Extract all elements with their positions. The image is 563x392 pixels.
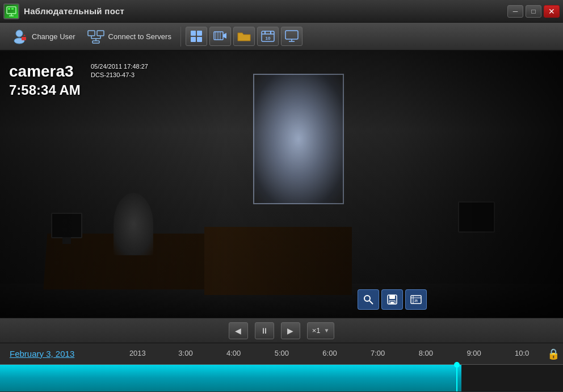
maximize-button[interactable]: □ xyxy=(526,5,541,18)
dark-overlay xyxy=(0,51,563,318)
timeline-date[interactable]: February 3, 2013 xyxy=(10,349,74,359)
speed-control[interactable]: ×1 ▼ xyxy=(307,322,335,339)
svg-rect-9 xyxy=(88,31,95,36)
timeline-cursor-head xyxy=(454,362,460,368)
speed-label: ×1 xyxy=(312,326,321,335)
monitor-button[interactable] xyxy=(281,27,302,46)
svg-rect-4 xyxy=(11,8,14,10)
svg-rect-36 xyxy=(389,295,395,299)
svg-rect-3 xyxy=(8,8,10,10)
lock-icon: 🔒 xyxy=(547,348,560,360)
recording-button[interactable] xyxy=(209,27,231,46)
minimize-button[interactable]: ─ xyxy=(507,5,523,18)
svg-rect-38 xyxy=(390,302,394,304)
svg-marker-21 xyxy=(223,33,226,39)
connect-servers-label: Connect to Servers xyxy=(108,32,171,41)
timeline-filled xyxy=(0,365,461,391)
svg-rect-18 xyxy=(191,37,196,42)
tl-year: 2013 xyxy=(114,349,162,357)
tl-5: 5:00 xyxy=(258,349,306,357)
fps-button[interactable]: 25 xyxy=(405,289,427,310)
tl-9: 9:00 xyxy=(450,349,498,357)
title-bar: Наблюдательный пост ─ □ ✕ xyxy=(0,0,563,23)
timeline-track[interactable] xyxy=(0,364,563,391)
calendar-button[interactable]: 10 xyxy=(257,27,279,46)
svg-line-34 xyxy=(369,301,373,304)
camera-time: 7:58:34 AM xyxy=(9,82,81,98)
svg-rect-0 xyxy=(7,7,16,14)
server-icon xyxy=(87,28,105,44)
timeline-area[interactable]: February 3, 2013 2013 3:00 4:00 5:00 6:0… xyxy=(0,343,563,391)
svg-rect-7 xyxy=(22,37,26,40)
playback-bar: ◀ ⏸ ▶ ×1 ▼ xyxy=(0,318,563,343)
search-video-button[interactable] xyxy=(358,289,379,310)
toolbar-separator-1 xyxy=(180,27,181,47)
svg-rect-30 xyxy=(285,31,298,39)
svg-text:25: 25 xyxy=(414,299,418,302)
app-title: Наблюдательный пост xyxy=(24,6,124,16)
tl-4: 4:00 xyxy=(209,349,258,357)
camera-label: camera3 xyxy=(9,62,74,81)
tl-7: 7:00 xyxy=(354,349,402,357)
rewind-button[interactable]: ◀ xyxy=(229,322,248,339)
tl-8: 8:00 xyxy=(402,349,450,357)
video-feed: camera3 7:58:34 AM 05/24/2011 17:48:27 D… xyxy=(0,51,563,318)
office-scene xyxy=(0,51,563,318)
change-user-label: Change User xyxy=(32,32,75,41)
folder-button[interactable] xyxy=(233,27,255,46)
connect-servers-button[interactable]: Connect to Servers xyxy=(82,26,176,47)
camera-timestamp: 05/24/2011 17:48:27 DCS-2130-47-3 xyxy=(91,62,148,80)
video-container: camera3 7:58:34 AM 05/24/2011 17:48:27 D… xyxy=(0,51,563,318)
svg-point-5 xyxy=(16,30,23,37)
speed-dropdown-arrow: ▼ xyxy=(323,327,329,334)
pause-button[interactable]: ⏸ xyxy=(255,322,274,339)
svg-rect-15 xyxy=(93,41,99,43)
svg-rect-17 xyxy=(197,31,202,36)
tl-3: 3:00 xyxy=(162,349,210,357)
svg-rect-20 xyxy=(214,32,223,40)
tl-6: 6:00 xyxy=(306,349,354,357)
svg-text:10: 10 xyxy=(265,36,270,41)
svg-rect-11 xyxy=(97,31,104,36)
grid-view-button[interactable] xyxy=(186,27,207,46)
svg-marker-8 xyxy=(23,35,26,36)
svg-point-33 xyxy=(364,296,370,301)
close-button[interactable]: ✕ xyxy=(544,5,560,18)
play-button[interactable]: ▶ xyxy=(281,322,300,339)
svg-rect-19 xyxy=(197,37,202,42)
svg-rect-16 xyxy=(191,31,196,36)
title-left: Наблюдательный пост xyxy=(3,3,124,19)
change-user-button[interactable]: Change User xyxy=(6,26,80,47)
app-icon xyxy=(3,3,19,19)
user-icon xyxy=(10,28,28,44)
video-controls-overlay: 25 xyxy=(358,289,427,310)
timeline-labels: 2013 3:00 4:00 5:00 6:00 7:00 8:00 9:00 … xyxy=(114,349,546,357)
toolbar: Change User Connect to Servers xyxy=(0,23,563,51)
save-video-button[interactable] xyxy=(381,289,403,310)
tl-10: 10:0 xyxy=(498,349,546,357)
window-controls: ─ □ ✕ xyxy=(507,5,560,18)
